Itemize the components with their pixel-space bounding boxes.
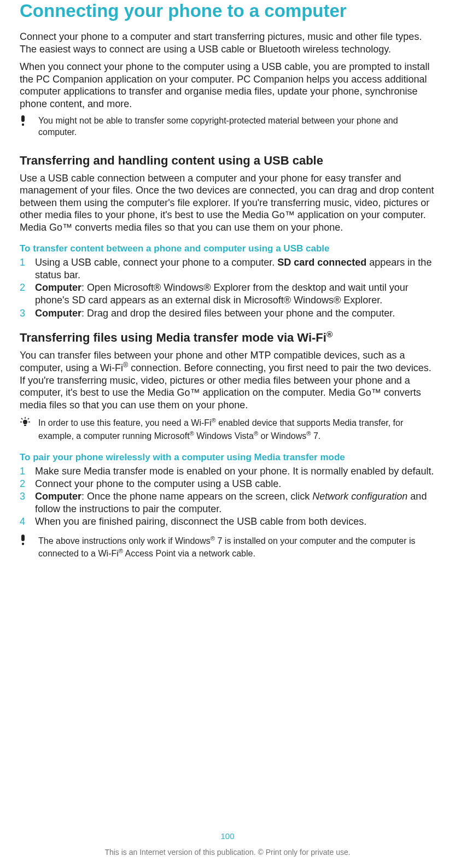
note-part: The above instructions only work if Wind…: [38, 536, 211, 546]
step-text-italic: Network configuration: [312, 491, 407, 502]
tip-text-part: or Windows: [258, 431, 306, 441]
tip-text-part: Windows Vista: [194, 431, 254, 441]
tip-text-part: 7.: [311, 431, 320, 441]
svg-line-3: [21, 418, 22, 419]
note-text: You might not be able to transfer some c…: [38, 115, 435, 138]
page-footer: 100 This is an Internet version of this …: [0, 831, 455, 857]
section-body-wifi: You can transfer files between your phon…: [20, 349, 435, 412]
tip-note: In order to use this feature, you need a…: [20, 417, 435, 442]
step-text-bold: Computer: [35, 491, 81, 502]
copyright-note: You might not be able to transfer some c…: [20, 115, 435, 138]
step-text: When you are finished pairing, disconnec…: [35, 516, 366, 527]
list-item: Make sure Media transfer mode is enabled…: [20, 465, 435, 478]
svg-point-1: [22, 124, 24, 126]
sup: ®: [212, 417, 216, 424]
section-body-usb: Use a USB cable connection between a com…: [20, 172, 435, 234]
section-usb: Transferring and handling content using …: [20, 154, 435, 320]
task-heading-usb: To transfer content between a phone and …: [20, 243, 435, 254]
step-text: : Drag and drop the desired files betwee…: [81, 308, 395, 319]
intro-paragraph-1: Connect your phone to a computer and sta…: [20, 31, 435, 55]
page-number: 100: [0, 831, 455, 841]
step-text-bold: Computer: [35, 282, 81, 293]
page-title: Connecting your phone to a computer: [20, 0, 435, 21]
list-item: Connect your phone to the computer using…: [20, 478, 435, 490]
svg-rect-7: [24, 425, 26, 426]
step-text: : Open Microsoft® Windows® Explorer from…: [35, 282, 409, 306]
section-heading-wifi: Transferring files using Media transfer …: [20, 330, 435, 345]
step-text: Using a USB cable, connect your phone to…: [35, 257, 277, 268]
list-item: Computer: Open Microsoft® Windows® Explo…: [20, 281, 435, 307]
step-text: Connect your phone to the computer using…: [35, 478, 281, 489]
sup: ®: [190, 430, 194, 437]
sup: ®: [211, 535, 215, 542]
heading-text: Transferring files using Media transfer …: [20, 331, 326, 344]
document-page: Connecting your phone to a computer Conn…: [0, 0, 455, 868]
tip-icon: [20, 417, 38, 427]
note-part: Access Point via a network cable.: [123, 549, 255, 558]
step-text: : Once the phone name appears on the scr…: [81, 491, 312, 502]
list-item: When you are finished pairing, disconnec…: [20, 515, 435, 528]
list-item: Using a USB cable, connect your phone to…: [20, 256, 435, 281]
list-item: Computer: Drag and drop the desired file…: [20, 307, 435, 320]
wifi-restriction-note: The above instructions only work if Wind…: [20, 535, 435, 560]
footer-note: This is an Internet version of this publ…: [104, 848, 350, 857]
tip-text: In order to use this feature, you need a…: [38, 417, 435, 442]
step-text-bold: Computer: [35, 308, 81, 319]
warning-icon: [20, 535, 38, 546]
warning-icon: [20, 115, 38, 126]
section-heading-usb: Transferring and handling content using …: [20, 154, 435, 168]
section-wifi: Transferring files using Media transfer …: [20, 330, 435, 560]
intro-paragraph-2: When you connect your phone to the compu…: [20, 61, 435, 110]
svg-rect-0: [21, 115, 25, 122]
sup: ®: [119, 548, 123, 554]
list-item: Computer: Once the phone name appears on…: [20, 490, 435, 515]
tip-text-part: In order to use this feature, you need a…: [38, 419, 212, 428]
sup: ®: [254, 430, 258, 437]
svg-point-9: [22, 543, 24, 545]
step-text: Make sure Media transfer mode is enabled…: [35, 466, 434, 477]
steps-wifi: Make sure Media transfer mode is enabled…: [20, 465, 435, 528]
steps-usb: Using a USB cable, connect your phone to…: [20, 256, 435, 319]
sup: ®: [123, 361, 128, 369]
svg-line-4: [28, 418, 29, 419]
step-text-bold: SD card connected: [277, 257, 366, 268]
task-heading-wifi: To pair your phone wirelessly with a com…: [20, 452, 435, 463]
heading-sup: ®: [326, 330, 332, 339]
svg-rect-8: [21, 535, 25, 541]
note-text: The above instructions only work if Wind…: [38, 535, 435, 560]
